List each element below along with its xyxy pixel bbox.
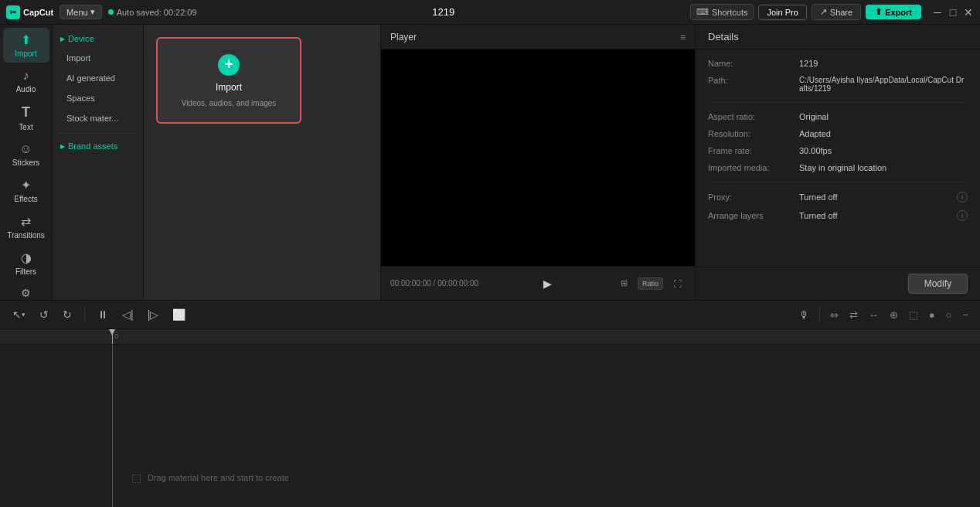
detail-imported-value: Stay in original location: [799, 163, 968, 172]
select-chevron-icon: ▾: [22, 311, 26, 318]
details-title: Details: [708, 31, 739, 43]
toolbar-item-import[interactable]: ⬆ Import: [3, 28, 49, 63]
detail-path-value: C:/Users/Ayisha Ilyas/AppData/Local/CapC…: [799, 76, 968, 93]
timeline-track-area[interactable]: ⬚ Drag material here and start to create: [0, 345, 980, 507]
detail-arrange-row: Arrange layers Turned off i: [708, 210, 968, 221]
timeline-area: 0 ⬚ Drag material here and start to crea…: [0, 329, 980, 507]
close-button[interactable]: ✕: [963, 7, 974, 18]
detail-path-row: Path: C:/Users/Ayisha Ilyas/AppData/Loca…: [708, 76, 968, 93]
trim-right-button[interactable]: |▷: [143, 305, 164, 324]
menu-button[interactable]: Menu ▾: [60, 5, 102, 19]
link-btn-2[interactable]: ⇄: [846, 306, 862, 324]
undo-icon: ↺: [39, 308, 49, 321]
player-time: 00:00:00:00 / 00:00:00:00: [390, 279, 478, 288]
detail-resolution-row: Resolution: Adapted: [708, 129, 968, 138]
maximize-button[interactable]: □: [948, 7, 958, 18]
window-controls: ─ □ ✕: [932, 7, 974, 18]
more-btn-2[interactable]: ○: [942, 306, 956, 324]
auto-save-dot-icon: [108, 9, 114, 15]
trim-right-icon: |▷: [148, 308, 159, 321]
detail-name-key: Name:: [708, 59, 793, 68]
panel-item-spaces[interactable]: Spaces: [57, 89, 138, 107]
top-bar-right: ⌨ Shortcuts Join Pro ↗ Share ⬆ Export ─ …: [690, 4, 974, 20]
toolbar-item-adjustment[interactable]: ⚙ Adjustment: [3, 282, 49, 300]
auto-save-text: Auto saved: 00:22:09: [117, 8, 197, 17]
detail-imported-row: Imported media: Stay in original locatio…: [708, 163, 968, 172]
detail-name-row: Name: 1219: [708, 59, 968, 68]
detail-proxy-value: Turned off: [799, 192, 957, 202]
details-content: Name: 1219 Path: C:/Users/Ayisha Ilyas/A…: [696, 49, 980, 267]
top-bar-left: ✂ CapCut Menu ▾ Auto saved: 00:22:09: [6, 5, 197, 19]
caption-button[interactable]: ⬚: [905, 306, 922, 324]
effects-icon: ✦: [21, 178, 31, 192]
undo-button[interactable]: ↺: [35, 305, 53, 324]
player-title: Player: [390, 32, 417, 43]
delete-icon: ⬜: [172, 308, 185, 321]
detail-arrange-inner: Arrange layers Turned off: [708, 211, 957, 220]
toolbar-item-effects[interactable]: ✦ Effects: [3, 173, 49, 208]
detail-framerate-value: 30.00fps: [799, 146, 968, 155]
import-card[interactable]: + Import Videos, audios, and images: [156, 37, 301, 124]
trim-left-icon: ◁|: [122, 308, 134, 321]
minimize-button[interactable]: ─: [932, 7, 943, 18]
modify-button[interactable]: Modify: [908, 274, 968, 294]
zoom-fit-button[interactable]: ⊞: [617, 277, 631, 290]
detail-divider-2: [708, 182, 968, 182]
redo-button[interactable]: ↻: [58, 305, 77, 324]
toolbar-separator-1: [84, 307, 85, 322]
more-btn-1[interactable]: ●: [925, 306, 939, 324]
detail-framerate-row: Frame rate: 30.00fps: [708, 146, 968, 155]
panel-item-stock[interactable]: Stock mater...: [57, 109, 138, 128]
detail-proxy-key: Proxy:: [708, 192, 793, 202]
menu-chevron-icon: ▾: [90, 7, 95, 17]
detail-arrange-key: Arrange layers: [708, 211, 793, 220]
left-panel: Device Import AI generated Spaces Stock …: [53, 25, 144, 300]
panel-item-ai-generated[interactable]: AI generated: [57, 69, 138, 87]
fullscreen-button[interactable]: ⛶: [669, 277, 686, 290]
toolbar-item-audio[interactable]: ♪ Audio: [3, 64, 49, 98]
arrange-info-icon[interactable]: i: [957, 210, 968, 221]
detail-resolution-key: Resolution:: [708, 129, 793, 138]
delete-button[interactable]: ⬜: [168, 305, 190, 324]
trim-left-button[interactable]: ◁|: [117, 305, 138, 324]
proxy-info-icon[interactable]: i: [957, 192, 968, 202]
device-section-header[interactable]: Device: [53, 31, 143, 48]
brand-section-header[interactable]: Brand assets: [53, 138, 143, 155]
shortcuts-button[interactable]: ⌨ Shortcuts: [690, 4, 754, 20]
link-btn-3[interactable]: ↔: [865, 306, 883, 324]
filters-icon: ◑: [21, 250, 32, 265]
playhead-line: [112, 345, 113, 507]
toolbar-item-filters[interactable]: ◑ Filters: [3, 246, 49, 281]
mic-button[interactable]: 🎙: [795, 306, 813, 324]
link-btn-4[interactable]: ⊕: [886, 306, 902, 324]
drag-hint-icon: ⬚: [131, 471, 141, 484]
split-button[interactable]: ⏸: [93, 305, 113, 324]
select-tool-button[interactable]: ↖ ▾: [8, 305, 30, 324]
play-button[interactable]: ▶: [543, 277, 552, 290]
export-button[interactable]: ⬆ Export: [866, 5, 921, 19]
join-pro-button[interactable]: Join Pro: [758, 5, 806, 20]
panel-item-import[interactable]: Import: [57, 49, 138, 67]
link-4-icon: ⊕: [890, 309, 898, 321]
toolbar-item-transitions[interactable]: ⇄ Transitions: [3, 209, 49, 244]
link-btn-1[interactable]: ⇔: [826, 306, 842, 324]
cursor-icon: ↖: [12, 308, 22, 321]
audio-icon: ♪: [23, 69, 29, 83]
detail-name-value: 1219: [799, 59, 968, 68]
more-2-icon: ○: [946, 309, 952, 321]
detail-proxy-inner: Proxy: Turned off: [708, 192, 957, 202]
link-1-icon: ⇔: [830, 309, 839, 321]
top-bar: ✂ CapCut Menu ▾ Auto saved: 00:22:09 121…: [0, 0, 980, 25]
auto-save-status: Auto saved: 00:22:09: [108, 8, 197, 17]
toolbar-item-stickers[interactable]: ☺ Stickers: [3, 138, 49, 172]
zoom-out-button[interactable]: −: [958, 306, 972, 324]
keyboard-icon: ⌨: [696, 7, 709, 17]
player-menu-icon[interactable]: ≡: [680, 32, 686, 43]
logo: ✂ CapCut: [6, 5, 53, 19]
minus-icon: −: [962, 309, 968, 321]
main-content: ⬆ Import ♪ Audio T Text ☺ Stickers ✦ Eff…: [0, 25, 980, 300]
text-icon: T: [22, 104, 30, 121]
toolbar-item-text[interactable]: T Text: [3, 100, 49, 136]
share-button[interactable]: ↗ Share: [812, 4, 861, 20]
stickers-icon: ☺: [19, 142, 32, 156]
